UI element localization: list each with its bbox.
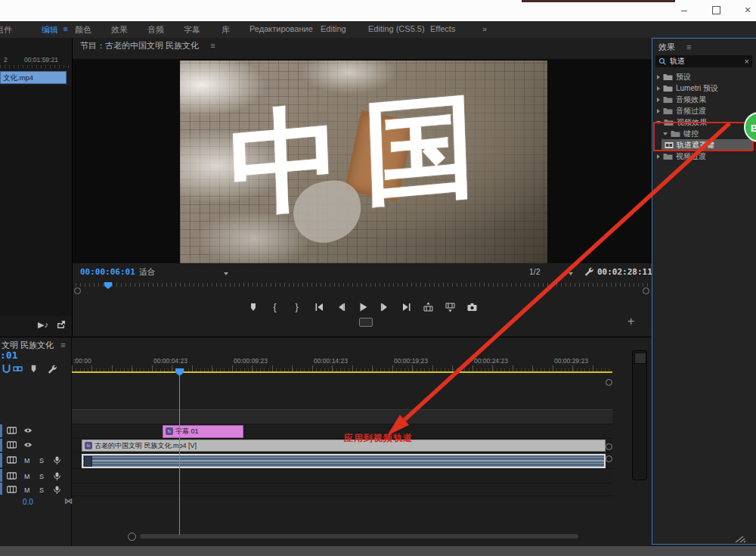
source-ruler-tick-label: 2 (4, 56, 8, 64)
go-to-out-button[interactable] (401, 302, 413, 313)
playhead-line[interactable] (179, 368, 180, 535)
timeline-panel-menu-icon[interactable]: ≡ (56, 340, 65, 349)
playback-resolution-dropdown[interactable]: 1/2 (529, 267, 541, 276)
scrubber-left-handle[interactable] (74, 287, 81, 294)
horizontal-scrollbar[interactable] (140, 534, 578, 539)
scrubber-right-handle[interactable] (643, 287, 649, 294)
sync-lock-icon[interactable] (7, 472, 17, 481)
add-marker-icon[interactable] (29, 363, 39, 377)
mark-in-button[interactable]: { (269, 302, 281, 313)
snap-icon[interactable] (2, 363, 11, 377)
effects-search-input[interactable]: 轨道 (667, 56, 745, 67)
export-frame-icon[interactable] (56, 320, 66, 331)
solo-button[interactable]: S (39, 473, 44, 480)
tab-editing-en[interactable]: Editing (321, 24, 346, 33)
toggle-track-output-eye-icon[interactable] (23, 427, 33, 436)
resize-grip-icon[interactable] (720, 532, 746, 547)
sync-lock-icon[interactable] (7, 441, 17, 450)
effects-tree-item-presets[interactable]: 预设 (652, 71, 756, 82)
go-to-in-button[interactable] (313, 302, 325, 313)
solo-button[interactable]: S (39, 457, 44, 464)
track-v3[interactable] (72, 409, 612, 424)
program-panel-menu-icon[interactable]: ≡ (201, 41, 215, 50)
panel-grabber-icon (359, 318, 373, 327)
tab-effects[interactable]: 效果 (111, 24, 128, 36)
scrubber-playhead-icon[interactable] (104, 282, 112, 289)
vertical-scrollbar-thumb[interactable] (634, 353, 646, 364)
tree-item-label: Lumetri 预设 (673, 83, 718, 94)
source-clip[interactable]: 文化.mp4 (0, 71, 67, 84)
close-button[interactable]: × (736, 2, 756, 17)
effects-search-box[interactable]: 轨道 × (655, 55, 752, 67)
effects-tree-item-audio-effects[interactable]: 音频效果 (652, 94, 756, 105)
tab-menu-icon[interactable]: ≡ (64, 25, 68, 33)
tree-item-label: 视频过渡 (673, 151, 706, 162)
track-resize-handle[interactable] (606, 455, 612, 462)
play-button[interactable] (357, 302, 369, 313)
step-forward-button[interactable] (379, 302, 391, 313)
voiceover-mic-icon[interactable] (53, 486, 61, 496)
mute-button[interactable]: M (24, 473, 30, 480)
track-v2[interactable] (72, 425, 612, 439)
tab-assembly[interactable]: 组件 (0, 24, 12, 36)
effects-tree-item-audio-transitions[interactable]: 音频过渡 (652, 105, 756, 116)
hscroll-left-handle[interactable] (128, 533, 136, 541)
mute-button[interactable]: M (24, 457, 30, 464)
tab-effects-en[interactable]: Effects (430, 24, 455, 33)
lift-button[interactable] (423, 302, 435, 313)
ruler-label: 00:00:09:23 (234, 357, 268, 365)
program-scrubber[interactable] (73, 281, 652, 295)
track-resize-handle[interactable] (606, 379, 612, 386)
chevron-down-icon[interactable] (569, 272, 573, 275)
premiere-pro-window: – × 组件 编辑 ≡ 颜色 效果 音频 字幕 库 Редактирование… (0, 0, 756, 556)
extract-button[interactable] (445, 302, 457, 313)
sync-lock-icon[interactable] (7, 427, 17, 436)
tab-audio[interactable]: 音频 (147, 24, 164, 36)
button-editor-plus[interactable]: + (627, 315, 634, 328)
work-area-bar[interactable] (72, 371, 612, 373)
track-a2[interactable] (72, 470, 612, 483)
tab-captions[interactable]: 字幕 (184, 24, 200, 36)
vertical-scrollbar[interactable] (632, 350, 647, 480)
minimize-button[interactable]: – (673, 2, 696, 17)
mark-out-button[interactable]: } (291, 302, 303, 313)
sync-lock-icon[interactable] (7, 486, 17, 495)
tab-overflow-chevron[interactable]: » (482, 24, 487, 33)
tab-editing-active[interactable]: 编辑 (42, 24, 58, 36)
toggle-track-output-eye-icon[interactable] (23, 441, 33, 450)
subtitle-clip[interactable]: fx字幕 01 (163, 425, 243, 438)
chevron-right-icon[interactable] (657, 109, 660, 113)
search-clear-icon[interactable]: × (745, 57, 749, 65)
master-audio-level[interactable]: 0.0 (23, 498, 33, 506)
mute-button[interactable]: M (24, 486, 30, 494)
audio-clip[interactable] (82, 454, 606, 468)
tab-editing-cs55[interactable]: Editing (CS5.5) (368, 24, 425, 33)
step-back-button[interactable] (335, 302, 347, 313)
effects-tree-item-lumetri-presets[interactable]: Lumetri 预设 (652, 82, 756, 94)
timeline-settings-wrench-icon[interactable] (47, 363, 57, 377)
voiceover-mic-icon[interactable] (53, 456, 61, 467)
chevron-right-icon[interactable] (657, 154, 660, 159)
settings-wrench-icon[interactable] (584, 266, 593, 278)
tab-editing-ru[interactable]: Редактирование (249, 24, 313, 33)
linked-selection-icon[interactable] (13, 363, 23, 377)
chevron-down-icon[interactable] (224, 272, 228, 275)
add-marker-button[interactable] (247, 302, 259, 313)
tab-color[interactable]: 颜色 (75, 24, 91, 36)
effects-panel-menu-icon[interactable]: ≡ (677, 42, 691, 51)
export-frame-camera-button[interactable] (466, 302, 479, 313)
timeline-ruler[interactable] (72, 365, 612, 371)
track-a3[interactable] (72, 483, 612, 496)
chevron-right-icon[interactable] (657, 75, 660, 79)
effects-tree-item-video-transitions[interactable]: 视频过渡 (652, 151, 756, 162)
play-audio-button[interactable]: ▶♪ (38, 320, 48, 330)
fit-dropdown[interactable]: 适合 (139, 267, 155, 278)
tab-libraries[interactable]: 库 (222, 24, 230, 36)
chevron-right-icon[interactable] (657, 98, 660, 102)
chevron-right-icon[interactable] (657, 86, 660, 91)
solo-button[interactable]: S (39, 486, 44, 494)
sync-lock-icon[interactable] (7, 456, 17, 465)
voiceover-mic-icon[interactable] (53, 472, 61, 483)
track-resize-handle[interactable] (606, 443, 612, 450)
maximize-button[interactable] (705, 2, 727, 17)
